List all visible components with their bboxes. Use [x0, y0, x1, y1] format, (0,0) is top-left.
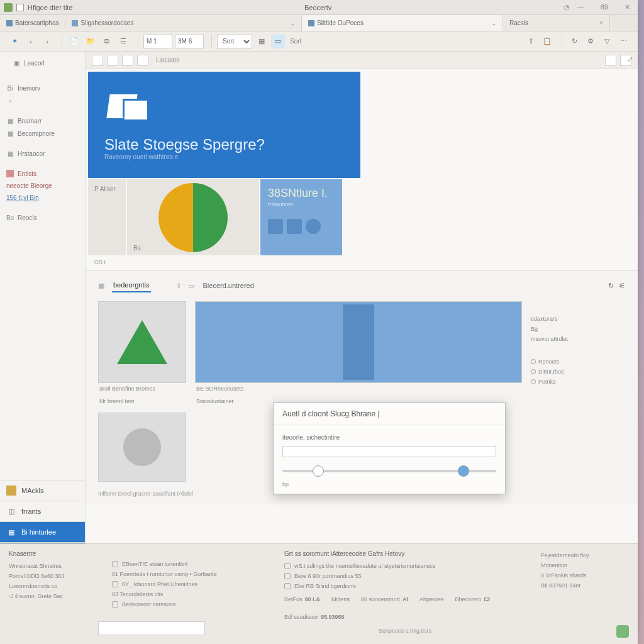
foot-line: Fejestderneotri floy: [541, 550, 629, 560]
doc-icon: [72, 20, 78, 26]
close-icon[interactable]: ×: [594, 19, 603, 26]
sidebar-item-alert[interactable]: neeocte Bleorge: [0, 180, 85, 192]
radio-icon: [531, 369, 536, 374]
radio-option[interactable]: Potnite: [531, 377, 625, 387]
tab-3[interactable]: Racsls ×: [503, 15, 610, 31]
minimize-button[interactable]: —: [574, 2, 588, 13]
meta-line: edaxtorars: [531, 314, 625, 324]
grid-icon[interactable]: ▦: [255, 35, 269, 48]
chevron-down-icon[interactable]: ⌄: [486, 19, 496, 26]
forward-button[interactable]: ›: [40, 35, 54, 48]
clipboard-icon[interactable]: 📋: [540, 35, 554, 48]
slider-knob-right[interactable]: [458, 465, 469, 477]
hero-tile-stat[interactable]: 38SNtlure I. trsteohren: [260, 179, 342, 255]
meta-line: Bg: [531, 324, 625, 334]
more-icon[interactable]: ⋯: [616, 35, 630, 48]
slider-knob-left[interactable]: [313, 465, 324, 477]
highlight-icon[interactable]: ▭: [271, 35, 285, 48]
dialog-input[interactable]: [282, 446, 496, 457]
tab-1[interactable]: Baterscartiphas Sligshessordocaes ⌄: [0, 15, 302, 31]
foot-line[interactable]: 81 Foenrteds t romtortor osing • Gorttan…: [112, 569, 269, 579]
view-single-icon[interactable]: [92, 55, 103, 66]
nav-item[interactable]: ◫frrants: [0, 501, 85, 521]
sidebar-item-alert[interactable]: Entists: [0, 167, 85, 180]
foot-line[interactable]: 83 Tecordstlerks ctis: [112, 589, 269, 599]
tile-label: P Aliser: [88, 179, 126, 199]
gallery-caption: BE SORneonusets: [195, 383, 522, 396]
view-toolbar: Liocatee: [86, 52, 638, 69]
gallery-tab-2[interactable]: Blecerd.untrered: [202, 279, 255, 292]
sidebar-item-sub[interactable]: ○: [0, 94, 85, 107]
dialog-slider[interactable]: [282, 464, 496, 479]
size-select-b[interactable]: [175, 35, 204, 48]
nav-item[interactable]: MAckls: [0, 480, 85, 501]
gear-icon[interactable]: ⚙: [584, 35, 597, 48]
sidebar-item-link[interactable]: 156 tl.yl Bin: [0, 192, 85, 204]
refresh-icon[interactable]: ↻: [608, 282, 614, 290]
gallery-subcaption: Mr brennl tem: [98, 396, 186, 408]
sidebar-item[interactable]: BoReocls: [0, 211, 85, 224]
sidebar-item[interactable]: ▦Becomipnore: [0, 127, 85, 140]
view-label: Liocatee: [156, 57, 180, 64]
list-icon[interactable]: ☰: [116, 35, 130, 48]
radio-icon: [531, 379, 536, 384]
status-chip-icon[interactable]: [616, 625, 629, 638]
sidebar-item[interactable]: ▦Hrstaocor: [0, 147, 85, 160]
doc-icon: [112, 561, 118, 567]
tab-2[interactable]: Slittide OuPoces ⌄: [302, 15, 503, 31]
thumb-icon: [268, 219, 283, 234]
refresh-icon[interactable]: ↻: [567, 35, 581, 48]
dialog-title: Auetl d cloont Slucg Bhrane |: [274, 403, 505, 425]
command-input[interactable]: [98, 621, 205, 635]
foot-line: ‹J il socno: Grete Sec: [9, 591, 97, 601]
sidebar-item-local[interactable]: ▣ Leacorl: [6, 57, 79, 69]
hero-tile-pie[interactable]: Bs: [127, 179, 259, 255]
thumb-icon: [306, 219, 321, 234]
tab-sublabel: Sligshessordocaes: [80, 19, 133, 26]
star-icon[interactable]: ✦: [8, 35, 21, 48]
filter-icon[interactable]: ⚟: [619, 282, 625, 290]
triangle-icon: [117, 320, 167, 364]
hero-title: Slate Stoegse Spergre?: [104, 136, 344, 153]
radio-option[interactable]: Dittnr.thos: [531, 367, 625, 377]
nav-item-selected[interactable]: ▦Bi hinturlee: [0, 521, 85, 542]
sidebar-label: neeocte Bleorge: [6, 182, 52, 189]
foot-header: Knasertre: [9, 550, 97, 557]
gallery-item[interactable]: arotl Benefine Bromes Mr brennl tem: [98, 301, 186, 482]
filter-icon[interactable]: ▽: [600, 35, 614, 48]
foot-line[interactable]: 6Y_ tdsonard Phet Uhenidnes: [112, 579, 269, 589]
tab-label: Racsls: [509, 19, 528, 26]
window-subtitle: Beocertv: [77, 4, 560, 11]
footer: Knasertre Wnreorscat Shnstres Porcel ODl…: [0, 543, 638, 644]
expand-icon[interactable]: ⤢: [627, 55, 636, 64]
sort-label: Sort: [287, 38, 304, 45]
stat-pair: Bhecorero £2: [455, 596, 491, 602]
foot-line[interactable]: EBneriTIE stoan lortentlinl: [112, 559, 269, 569]
notification-icon[interactable]: ◔: [564, 3, 570, 11]
copy-icon[interactable]: ⧉: [100, 35, 114, 48]
folder-icon: ▣: [13, 59, 20, 67]
sidebar-label: Bnamarr: [18, 118, 42, 125]
zoom-icon[interactable]: [605, 55, 616, 66]
folder-icon[interactable]: 📁: [84, 35, 97, 48]
new-icon[interactable]: 📄: [67, 35, 81, 48]
footer-center: Senpeoes s.tmg.tisrs: [284, 628, 526, 634]
sidebar-item[interactable]: ▦Bnamarr: [0, 114, 85, 127]
size-select-a[interactable]: [143, 35, 172, 48]
view-grid-icon[interactable]: [122, 55, 133, 66]
close-button[interactable]: ✕: [621, 2, 634, 13]
mode-select[interactable]: Sort: [217, 35, 252, 48]
sidebar-label: Becomipnore: [18, 130, 55, 137]
back-button[interactable]: ‹: [24, 35, 38, 48]
radio-option[interactable]: Rpnocts: [531, 357, 625, 367]
view-list-icon[interactable]: [137, 55, 148, 66]
share-icon[interactable]: ⇪: [524, 35, 538, 48]
stat-pair: Ahperoes: [419, 596, 444, 602]
sidebar-label: Inemorv: [18, 85, 40, 92]
view-split-icon[interactable]: [107, 55, 118, 66]
sidebar-item-recent[interactable]: Bi Inemorv: [0, 82, 85, 94]
foot-line[interactable]: Bedeorecer ceresons: [112, 599, 269, 609]
gallery-tab-1[interactable]: bedeorgntis: [112, 279, 151, 292]
sidebar-label: Hrstaocor: [18, 150, 45, 157]
chevron-down-icon[interactable]: ⌄: [285, 19, 295, 26]
